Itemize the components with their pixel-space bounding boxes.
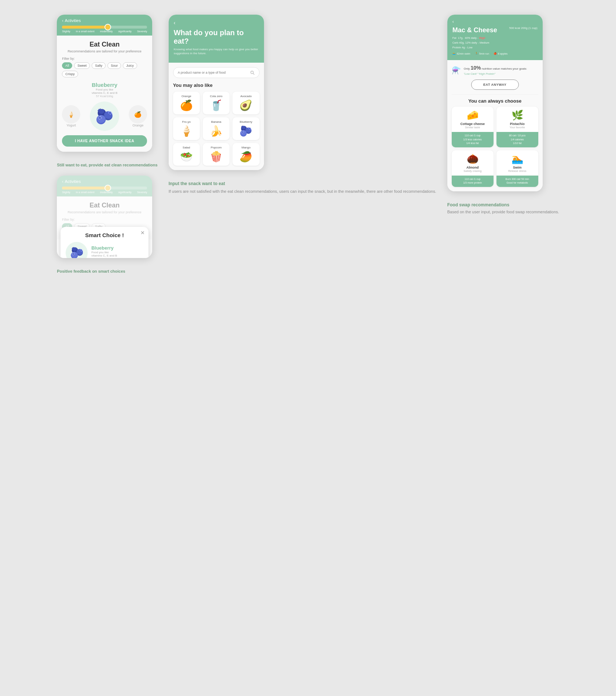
pistachio-name: Pistachio	[499, 122, 535, 126]
filter-salty[interactable]: Salty	[92, 62, 106, 69]
eat-clean-body: Eat Clean Recommendations are tailored f…	[57, 36, 152, 152]
nutrition-warning: ⚗️ Only 10% nutrition value matches your…	[452, 65, 538, 76]
cottage-sub: Similar taste	[455, 126, 491, 129]
back-chevron: ‹	[62, 18, 63, 23]
orange-emoji: 🍊	[175, 99, 198, 111]
froyo-emoji: 🍦	[175, 125, 198, 137]
search-caption-body: If users are not satisfied with the eat …	[169, 188, 436, 195]
smart-choice-caption: Positive feedback on smart choices	[57, 268, 157, 275]
carousel-right-food: 🍊	[129, 105, 147, 124]
eat-anyway-button[interactable]: EAT ANYWAY	[471, 80, 519, 90]
choose-pistachio[interactable]: 🌿 Pistachio Your favorite 80 cal / 10 pc…	[496, 107, 538, 147]
food-kcal: 57 Kcal/100g	[62, 95, 147, 98]
eat-clean-title: Eat Clean	[62, 41, 147, 48]
progress-bar	[62, 26, 147, 29]
search-back[interactable]: ‹	[174, 20, 259, 26]
swim-stats: Burn 300 cal/ 50 minGood for metabolic	[496, 176, 538, 187]
mac-back[interactable]: ‹	[452, 19, 538, 24]
salad-emoji: 🥗	[175, 151, 198, 163]
filter-sour[interactable]: Sour	[107, 62, 121, 69]
sc-back: ‹ Activities	[62, 179, 147, 184]
popup-food-circle: 🫐	[66, 242, 88, 258]
mac-caption: Food swap recommendations Based on the u…	[447, 202, 559, 215]
search-input-row[interactable]	[173, 67, 260, 78]
food-item-salad[interactable]: Salad 🥗	[173, 143, 200, 166]
filter-tags: All Sweet Salty Sour Juicy Crispy	[62, 62, 147, 77]
pistachio-emoji: 🌿	[499, 110, 535, 121]
swim-emoji: 🏊	[499, 153, 535, 165]
search-caption: Input the snack want to eat If users are…	[169, 181, 436, 195]
popup-food-row: 🫐 Blueberry Food you like vitamins C, E …	[66, 242, 143, 258]
search-screen: ‹ What do you plan to eat? Knowing what …	[169, 15, 264, 170]
food-item-blueberry[interactable]: Blueberry 🫐	[232, 117, 259, 140]
swim-name: Swim	[499, 166, 535, 169]
search-caption-title: Input the snack want to eat	[169, 181, 436, 186]
sc-header: ‹ Activities Slightlyin a small extentmo…	[57, 176, 152, 196]
popup-food-info: Blueberry Food you like vitamins C, E an…	[91, 245, 117, 258]
food-vitamins: vitamins C, E and B	[62, 91, 147, 95]
food-item-popcorn[interactable]: Popcorn 🍿	[203, 143, 230, 166]
filter-sweet[interactable]: Sweet	[74, 62, 90, 69]
smart-choice-screen: ‹ Activities Slightlyin a small extentmo…	[57, 176, 152, 258]
avocado-emoji: 🥑	[234, 99, 258, 111]
filter-crispy[interactable]: Crispy	[62, 71, 78, 77]
activity-run: 🏃5min run	[475, 52, 489, 55]
search-input[interactable]	[178, 71, 250, 74]
left-label: Yogurt	[62, 124, 80, 127]
snack-idea-button[interactable]: I HAVE ANOTHER SNACK IDEA	[62, 135, 147, 147]
carousel-main-food[interactable]: 🫐	[90, 102, 119, 131]
filter-label: Filter by:	[62, 57, 147, 60]
food-item-cola[interactable]: Cola zero 🥤	[203, 92, 230, 114]
choose-cottage[interactable]: 🧀 Cottage cheese Similar taste 110 cal /…	[452, 107, 494, 147]
mac-activities: 🏊62min swim 🏃5min run 🍎8 apples	[452, 52, 538, 55]
progress-labels: Slightly in a small extent moderately si…	[62, 30, 147, 36]
mac-body: ⚗️ Only 10% nutrition value matches your…	[447, 60, 543, 191]
carousel-left-food: 🍦	[62, 105, 80, 124]
food-carousel: 🍦 Yogurt 🫐 🍊 Orange	[62, 102, 147, 131]
almond-stats: 110 cal /1 cup1/3 more protein	[452, 176, 494, 187]
eat-clean-header: ‹ Activities Slightly in a small extent …	[57, 15, 152, 36]
food-item-froyo[interactable]: Fro-yo 🍦	[173, 117, 200, 140]
mac-header: ‹ Mac & Cheese 500 kcal 200g (1 cup) Fat…	[447, 15, 543, 60]
you-may-like-title: You may also like	[173, 82, 260, 88]
mac-food-name: Mac & Cheese	[452, 26, 497, 34]
almond-sub: Satisfy craving	[455, 169, 491, 173]
warning-icon: ⚗️	[452, 66, 461, 75]
mac-title-row: Mac & Cheese 500 kcal 200g (1 cup)	[452, 26, 538, 34]
search-icon	[250, 70, 255, 75]
filter-all[interactable]: All	[62, 62, 72, 69]
food-item-avocado[interactable]: Avocado 🥑	[232, 92, 259, 114]
eat-clean-screen: ‹ Activities Slightly in a small extent …	[57, 15, 152, 152]
food-item-banana[interactable]: Banana 🍌	[203, 117, 230, 140]
choose-almond[interactable]: 🌰 Almond Satisfy craving 110 cal /1 cup1…	[452, 150, 494, 187]
choose-title: You can always choose	[452, 98, 538, 104]
food-item-mango[interactable]: Mango 🥭	[232, 143, 259, 166]
food-highlight: Blueberry Food you like vitamins C, E an…	[62, 82, 147, 98]
mac-calories: 500 kcal 200g (1 cup)	[509, 26, 538, 30]
popup-food-kcal: 57 Kcal/100g	[91, 257, 117, 258]
pistachio-stats: 80 cal / 10 pcs1/4 calories1/10 fat	[496, 132, 538, 147]
popup-food-name: Blueberry	[91, 245, 117, 251]
almond-emoji: 🌰	[455, 153, 491, 165]
food-item-orange[interactable]: Orange 🍊	[173, 92, 200, 114]
mac-nutrition: Fat 17g, 40% daily - High Carb 40g, 12% …	[452, 36, 538, 50]
warning-text: Only 10% nutrition value matches your go…	[464, 65, 527, 76]
right-label: Orange	[129, 124, 147, 127]
swim-sub: Release stress	[499, 169, 535, 173]
main-food-emoji: 🫐	[95, 108, 114, 125]
back-activities[interactable]: ‹ Activities	[62, 18, 147, 23]
progress-fill	[62, 26, 109, 29]
choose-swim[interactable]: 🏊 Swim Release stress Burn 300 cal/ 50 m…	[496, 150, 538, 187]
popup-close-button[interactable]: ✕	[140, 230, 145, 236]
choose-grid: 🧀 Cottage cheese Similar taste 110 cal /…	[452, 107, 538, 187]
activity-swim: 🏊62min swim	[452, 52, 470, 55]
food-tag: Food you like	[62, 88, 147, 91]
filter-juicy[interactable]: Juicy	[123, 62, 137, 69]
cottage-name: Cottage cheese	[455, 122, 491, 126]
sc-progress	[62, 187, 147, 189]
pistachio-sub: Your favorite	[499, 126, 535, 129]
banana-emoji: 🍌	[204, 125, 228, 137]
blueberry-emoji: 🫐	[234, 125, 258, 137]
eat-clean-caption: Still want to eat, provide eat clean rec…	[57, 162, 157, 168]
cottage-emoji: 🧀	[455, 110, 491, 121]
